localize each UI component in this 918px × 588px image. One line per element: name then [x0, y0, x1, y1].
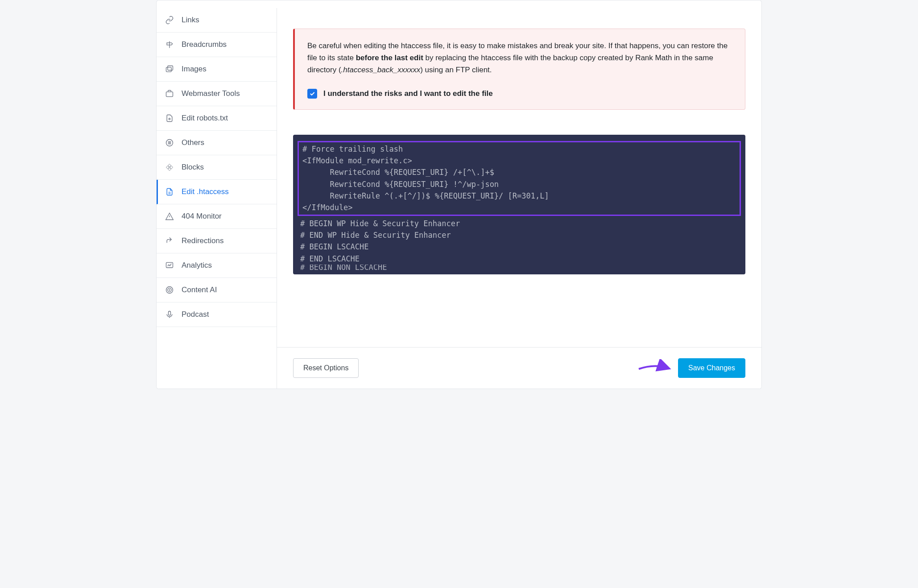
code-line: </IfModule>	[302, 202, 737, 213]
code-line: # BEGIN NON_LSCACHE	[293, 265, 745, 270]
code-line: # BEGIN WP Hide & Security Enhancer	[293, 218, 745, 229]
link-icon	[165, 15, 174, 25]
diamond-grid-icon	[165, 162, 174, 172]
sidebar-item-label: Edit .htaccess	[182, 187, 229, 196]
sidebar-item-podcast[interactable]: Podcast	[157, 302, 277, 327]
sidebar-item-label: 404 Monitor	[182, 212, 222, 221]
list-icon	[165, 138, 174, 148]
sidebar-item-analytics[interactable]: Analytics	[157, 253, 277, 278]
code-line: # END LSCACHE	[293, 253, 745, 265]
annotation-arrow-icon	[637, 359, 672, 377]
settings-sidebar: Links Breadcrumbs Images Webmaster Tools	[157, 8, 277, 389]
reset-options-button[interactable]: Reset Options	[293, 358, 359, 378]
sidebar-item-content-ai[interactable]: Content AI	[157, 278, 277, 302]
warning-box: Be careful when editing the htaccess fil…	[293, 29, 745, 110]
sidebar-item-label: Others	[182, 138, 204, 147]
sidebar-item-label: Breadcrumbs	[182, 40, 227, 49]
file-robot-icon	[165, 113, 174, 123]
panel-top-strip	[156, 0, 762, 8]
code-line: # Force trailing slash	[302, 143, 737, 155]
sidebar-item-label: Podcast	[182, 310, 209, 319]
target-icon	[165, 285, 174, 295]
sidebar-item-breadcrumbs[interactable]: Breadcrumbs	[157, 33, 277, 57]
sidebar-item-label: Content AI	[182, 286, 217, 294]
svg-rect-1	[168, 66, 173, 70]
mic-icon	[165, 310, 174, 319]
code-line: <IfModule mod_rewrite.c>	[302, 155, 737, 166]
sidebar-item-webmaster-tools[interactable]: Webmaster Tools	[157, 82, 277, 106]
sidebar-item-blocks[interactable]: Blocks	[157, 155, 277, 180]
consent-label: I understand the risks and I want to edi…	[323, 89, 493, 98]
svg-point-8	[169, 290, 170, 290]
code-highlight-block: # Force trailing slash <IfModule mod_rew…	[298, 141, 741, 216]
code-line: RewriteRule ^(.+[^/])$ %{REQUEST_URI}/ […	[302, 190, 737, 202]
svg-rect-2	[166, 92, 173, 97]
svg-point-7	[168, 288, 171, 292]
sidebar-item-label: Webmaster Tools	[182, 89, 240, 98]
svg-point-6	[166, 287, 173, 294]
svg-point-3	[169, 118, 170, 120]
sidebar-item-label: Analytics	[182, 261, 212, 270]
htaccess-editor[interactable]: # Force trailing slash <IfModule mod_rew…	[293, 135, 745, 274]
svg-rect-9	[169, 311, 171, 315]
content-area: Be careful when editing the htaccess fil…	[277, 8, 761, 347]
sidebar-item-edit-robots[interactable]: Edit robots.txt	[157, 106, 277, 131]
footer-bar: Reset Options Save Changes	[277, 347, 761, 389]
consent-checkbox[interactable]	[307, 89, 317, 99]
sidebar-item-redirections[interactable]: Redirections	[157, 229, 277, 253]
signpost-icon	[165, 40, 174, 50]
save-changes-button[interactable]: Save Changes	[678, 358, 745, 378]
chart-icon	[165, 261, 174, 270]
sidebar-item-others[interactable]: Others	[157, 131, 277, 155]
warning-text: Be careful when editing the htaccess fil…	[307, 40, 732, 76]
sidebar-item-label: Redirections	[182, 236, 224, 245]
svg-rect-0	[166, 67, 172, 72]
sidebar-item-404-monitor[interactable]: 404 Monitor	[157, 204, 277, 229]
redirect-icon	[165, 236, 174, 246]
code-line: RewriteCond %{REQUEST_URI} /+[^\.]+$	[302, 166, 737, 178]
code-line: # BEGIN LSCACHE	[293, 241, 745, 253]
sidebar-item-label: Links	[182, 16, 199, 25]
briefcase-icon	[165, 89, 174, 99]
code-line: # END WP Hide & Security Enhancer	[293, 229, 745, 241]
sidebar-item-images[interactable]: Images	[157, 57, 277, 82]
sidebar-item-label: Images	[182, 65, 207, 74]
sidebar-item-label: Blocks	[182, 163, 204, 172]
sidebar-item-links[interactable]: Links	[157, 8, 277, 33]
sidebar-item-edit-htaccess[interactable]: Edit .htaccess	[157, 180, 277, 204]
sidebar-item-label: Edit robots.txt	[182, 114, 228, 123]
code-line: RewriteCond %{REQUEST_URI} !^/wp-json	[302, 178, 737, 190]
file-lines-icon	[165, 187, 174, 197]
images-icon	[165, 64, 174, 74]
alert-icon	[165, 211, 174, 221]
